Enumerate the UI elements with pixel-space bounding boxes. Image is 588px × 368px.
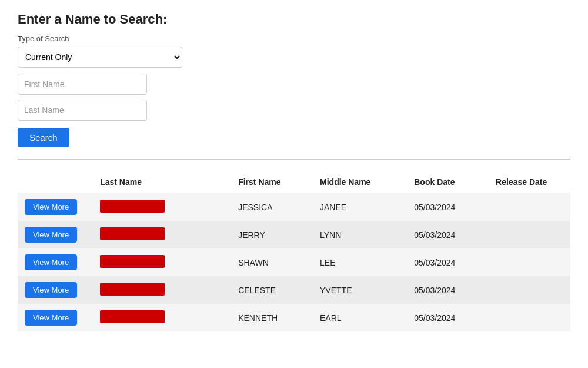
release-date-cell (489, 221, 570, 248)
book-date-cell: 05/03/2024 (407, 304, 489, 331)
col-header-middle-name: Middle Name (313, 171, 407, 193)
redacted-last-name (100, 200, 165, 213)
release-date-cell (489, 304, 570, 331)
divider (18, 159, 570, 160)
view-more-button[interactable]: View More (25, 282, 77, 298)
redacted-last-name (100, 283, 165, 296)
view-more-cell: View More (18, 276, 93, 304)
view-more-cell: View More (18, 248, 93, 276)
table-body: View MoreJESSICAJANEE05/03/2024View More… (18, 193, 570, 332)
page-title: Enter a Name to Search: (18, 12, 570, 27)
search-form: Type of Search Current Only All Records … (18, 34, 570, 147)
search-button[interactable]: Search (18, 128, 69, 147)
view-more-button[interactable]: View More (25, 254, 77, 270)
view-more-cell: View More (18, 304, 93, 331)
redacted-last-name (100, 310, 165, 323)
book-date-cell: 05/03/2024 (407, 221, 489, 248)
col-header-action (18, 171, 93, 193)
table-header-row: Last Name First Name Middle Name Book Da… (18, 171, 570, 193)
table-row: View MoreJESSICAJANEE05/03/2024 (18, 193, 570, 221)
col-header-release-date: Release Date (489, 171, 570, 193)
col-header-first-name: First Name (231, 171, 313, 193)
table-row: View MoreJERRYLYNN05/03/2024 (18, 221, 570, 248)
release-date-cell (489, 276, 570, 304)
first-name-cell: JESSICA (231, 193, 313, 221)
redacted-last-name (100, 255, 165, 268)
search-type-select[interactable]: Current Only All Records Historical (18, 47, 182, 68)
view-more-cell: View More (18, 221, 93, 248)
last-name-cell (93, 193, 231, 221)
col-header-book-date: Book Date (407, 171, 489, 193)
book-date-cell: 05/03/2024 (407, 276, 489, 304)
first-name-input[interactable] (18, 74, 147, 95)
results-table: Last Name First Name Middle Name Book Da… (18, 171, 570, 331)
first-name-cell: SHAWN (231, 248, 313, 276)
type-of-search-label: Type of Search (18, 34, 570, 43)
last-name-cell (93, 221, 231, 248)
table-row: View MoreSHAWNLEE05/03/2024 (18, 248, 570, 276)
view-more-button[interactable]: View More (25, 310, 77, 326)
view-more-button[interactable]: View More (25, 227, 77, 243)
last-name-input[interactable] (18, 100, 147, 121)
last-name-cell (93, 248, 231, 276)
redacted-last-name (100, 227, 165, 240)
first-name-cell: CELESTE (231, 276, 313, 304)
middle-name-cell: LYNN (313, 221, 407, 248)
view-more-button[interactable]: View More (25, 199, 77, 215)
release-date-cell (489, 248, 570, 276)
col-header-last-name: Last Name (93, 171, 231, 193)
view-more-cell: View More (18, 193, 93, 221)
middle-name-cell: LEE (313, 248, 407, 276)
book-date-cell: 05/03/2024 (407, 248, 489, 276)
middle-name-cell: YVETTE (313, 276, 407, 304)
middle-name-cell: JANEE (313, 193, 407, 221)
release-date-cell (489, 193, 570, 221)
first-name-cell: JERRY (231, 221, 313, 248)
table-row: View MoreKENNETHEARL05/03/2024 (18, 304, 570, 331)
middle-name-cell: EARL (313, 304, 407, 331)
book-date-cell: 05/03/2024 (407, 193, 489, 221)
last-name-cell (93, 304, 231, 331)
last-name-cell (93, 276, 231, 304)
table-row: View MoreCELESTEYVETTE05/03/2024 (18, 276, 570, 304)
page-container: Enter a Name to Search: Type of Search C… (0, 0, 588, 343)
first-name-cell: KENNETH (231, 304, 313, 331)
